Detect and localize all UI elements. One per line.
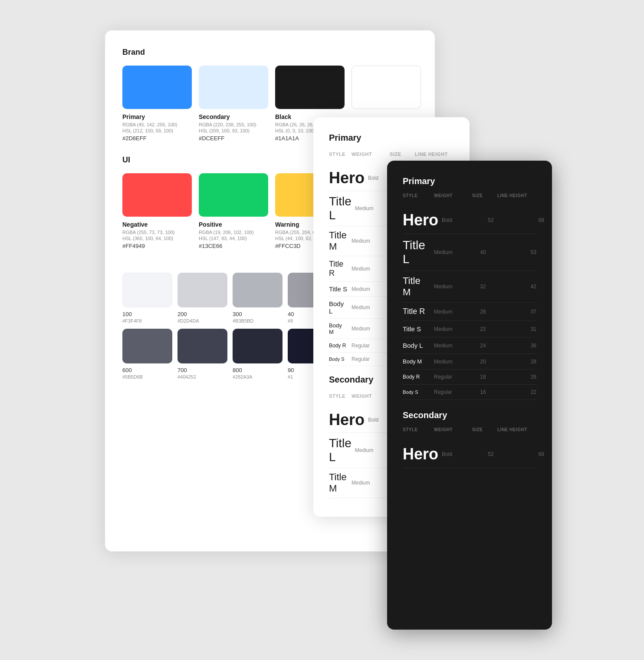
n300-swatch [233, 273, 283, 307]
positive-name: Positive [199, 221, 268, 228]
body-l-label: Body L [329, 300, 348, 315]
body-l-weight: Medium [352, 304, 386, 310]
dark-row-body-m: Body M Medium 20 28 [403, 354, 536, 370]
dark-body-s-weight: Regular [434, 389, 469, 395]
n700-num: 700 [177, 367, 227, 373]
neutral-600: 600 #5B5D6B [122, 329, 172, 380]
dark-title-m-size: 32 [472, 284, 494, 290]
n600-swatch [122, 329, 172, 363]
dark-hero-size: 52 [480, 217, 502, 223]
dark-sec-col-weight: WEIGHT [434, 427, 469, 432]
dark-body-l-lh: 36 [497, 343, 536, 349]
body-r-label: Body R [329, 343, 348, 349]
dark-body-r-label: Body R [403, 374, 430, 380]
n800-num: 800 [233, 367, 283, 373]
dark-sec-hero-lh: 68 [505, 451, 544, 457]
dark-row-body-l: Body L Medium 24 36 [403, 337, 536, 354]
dark-sec-hero-size: 52 [480, 451, 502, 457]
n200-hex: #D2D4DA [177, 318, 227, 323]
n600-num: 600 [122, 367, 172, 373]
dark-secondary-section: Secondary STYLE WEIGHT SIZE LINE HEIGHT … [403, 410, 536, 468]
dark-sec-col-size: SIZE [472, 427, 494, 432]
dark-secondary-title: Secondary [403, 410, 536, 420]
dark-title-l-size: 40 [472, 249, 494, 255]
title-r-label: Title R [329, 260, 348, 278]
dark-title-s-weight: Medium [434, 326, 469, 332]
color-card-primary: Primary RGBA (45, 142, 255, 100) HSL (21… [122, 66, 192, 142]
dark-body-r-lh: 26 [497, 374, 536, 380]
title-s-label: Title S [329, 285, 348, 293]
dark-hero-weight: Bold [442, 217, 476, 223]
title-m-label: Title M [329, 230, 348, 252]
dark-title-m-lh: 42 [497, 284, 536, 290]
dark-row-body-s: Body S Regular 16 22 [403, 385, 536, 400]
dark-title-l-lh: 53 [497, 249, 536, 255]
n100-hex: #F3F4F8 [122, 318, 172, 323]
dark-sec-hero-weight: Bold [442, 451, 476, 457]
black-swatch [275, 66, 345, 109]
dark-title-l-label: Title L [403, 238, 430, 266]
sec-title-m-weight: Medium [352, 480, 386, 486]
n300-num: 300 [233, 311, 283, 317]
dark-primary-title: Primary [403, 176, 536, 186]
dark-body-m-size: 20 [472, 359, 494, 365]
body-m-label: Body M [329, 322, 348, 335]
light-primary-title: Primary [329, 133, 454, 143]
dark-row-body-r: Body R Regular 18 26 [403, 370, 536, 385]
secondary-hex: #DCEEFF [199, 135, 268, 142]
positive-rgba: RGBA (19, 206, 102, 100) [199, 230, 268, 235]
dark-sec-col-style: STYLE [403, 427, 430, 432]
negative-swatch [122, 173, 192, 217]
dark-row-title-l: Title L Medium 40 53 [403, 234, 536, 271]
dark-title-s-size: 22 [472, 326, 494, 332]
dark-title-s-label: Title S [403, 325, 430, 333]
dark-body-l-label: Body L [403, 342, 430, 349]
neutral-200: 200 #D2D4DA [177, 273, 227, 323]
dark-sec-hero-label: Hero [403, 445, 438, 463]
typography-dark-card: Primary STYLE WEIGHT SIZE LINE HEIGHT He… [387, 161, 552, 630]
dark-col-size: SIZE [472, 193, 494, 198]
color-card-secondary: Secondary RGBA (220, 238, 255, 100) HSL … [199, 66, 268, 142]
primary-hsl: HSL (212, 100, 59, 100) [122, 128, 192, 133]
dark-row-title-m: Title M Medium 32 42 [403, 271, 536, 303]
n200-swatch [177, 273, 227, 307]
dark-col-lh: LINE HEIGHT [497, 193, 536, 198]
dark-title-r-label: Title R [403, 307, 430, 316]
col-style: STYLE [329, 152, 348, 157]
dark-sec-col-lh: LINE HEIGHT [497, 427, 536, 432]
positive-hex: #13CE66 [199, 243, 268, 249]
negative-name: Negative [122, 221, 192, 228]
dark-body-l-size: 24 [472, 343, 494, 349]
neutral-300: 300 #B3B5BD [233, 273, 283, 323]
secondary-swatch [199, 66, 268, 109]
sec-title-l-weight: Medium [355, 447, 390, 453]
positive-swatch [199, 173, 268, 217]
dark-body-s-lh: 22 [497, 389, 536, 395]
dark-body-s-label: Body S [403, 389, 430, 395]
body-m-weight: Medium [352, 326, 386, 332]
dark-body-m-label: Body M [403, 358, 430, 365]
dark-row-title-s: Title S Medium 22 31 [403, 321, 536, 337]
dark-body-l-weight: Medium [434, 343, 469, 349]
n600-hex: #5B5D6B [122, 374, 172, 380]
sec-title-m-label: Title M [329, 472, 348, 494]
col-weight: WEIGHT [352, 152, 386, 157]
positive-hsl: HSL (147, 83, 44, 100) [199, 236, 268, 241]
n200-num: 200 [177, 311, 227, 317]
primary-hex: #2D8EFF [122, 135, 192, 142]
primary-name: Primary [122, 113, 192, 120]
body-s-weight: Regular [352, 356, 386, 362]
dark-title-s-lh: 31 [497, 326, 536, 332]
dark-col-style: STYLE [403, 193, 430, 198]
neutral-800: 800 #282A3A [233, 329, 283, 380]
dark-body-r-size: 18 [472, 374, 494, 380]
n800-hex: #282A3A [233, 374, 283, 380]
col-lh: LINE HEIGHT [415, 152, 454, 157]
dark-body-m-weight: Medium [434, 359, 469, 365]
primary-rgba: RGBA (45, 142, 255, 100) [122, 122, 192, 127]
n300-hex: #B3B5BD [233, 318, 283, 323]
n800-swatch [233, 329, 283, 363]
color-card-positive: Positive RGBA (19, 206, 102, 100) HSL (1… [199, 173, 268, 249]
dark-col-weight: WEIGHT [434, 193, 469, 198]
white-swatch [352, 66, 421, 109]
